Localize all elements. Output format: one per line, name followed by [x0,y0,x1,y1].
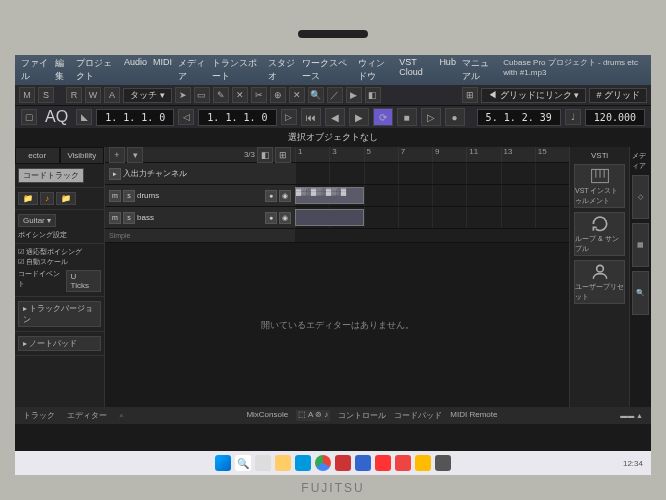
track-rec-button[interactable]: ● [265,212,277,224]
audio-clip[interactable]: ▓▒░▓▒░▓▒░▓ [295,187,364,204]
forward-button[interactable]: ▶ [349,108,369,126]
stop-button[interactable]: ■ [397,108,417,126]
start-button[interactable] [215,455,231,471]
tool-erase-icon[interactable]: ✕ [232,87,248,103]
config2-icon[interactable]: ⊞ [275,147,291,163]
track-name[interactable]: bass [137,213,154,222]
track-name[interactable]: drums [137,191,159,200]
track-version-section[interactable]: ▸ トラックバージョン [18,301,101,327]
record-button[interactable]: ● [445,108,465,126]
taskview-icon[interactable] [255,455,271,471]
menu-studio[interactable]: スタジオ [268,57,296,83]
track-config-icon[interactable]: ▾ [127,147,143,163]
vst-fx-button[interactable]: ◇ [632,175,649,219]
tool-range-icon[interactable]: ▭ [194,87,210,103]
vst-instruments-button[interactable]: VST インストゥルメント [574,164,625,208]
menu-midi[interactable]: MIDI [153,57,172,83]
tempo-display[interactable]: 120.000 [585,109,645,126]
media-tab[interactable]: メディア [632,151,649,171]
cycle-button[interactable]: ⟳ [373,108,393,126]
mute-button[interactable]: M [19,87,35,103]
tool-arrow-icon[interactable]: ➤ [175,87,191,103]
mixconsole-tab[interactable]: MixConsole [246,410,288,421]
tool-line-icon[interactable]: ／ [327,87,343,103]
menu-transport[interactable]: トランスポート [212,57,262,83]
marker-right-icon[interactable]: ▷ [281,109,297,125]
track-rec-button[interactable]: ● [265,190,277,202]
notepad-section[interactable]: ▸ ノートパッド [18,336,101,351]
track-lane[interactable] [295,229,569,242]
track-solo-button[interactable]: s [123,212,135,224]
midiremote-tab[interactable]: MIDI Remote [450,410,497,421]
track-lane[interactable] [295,163,569,184]
read-button[interactable]: R [66,87,82,103]
add-track-icon[interactable]: + [109,147,125,163]
menu-workspace[interactable]: ワークスペース [302,57,352,83]
explorer-icon[interactable] [275,455,291,471]
uticks-dropdown[interactable]: U Ticks [66,270,101,292]
write-button[interactable]: W [85,87,101,103]
constrain-icon[interactable]: ▢ [21,109,37,125]
track-lane[interactable]: ▓▒░▓▒░▓▒░▓ [295,185,569,206]
track-mute-button[interactable]: m [109,190,121,202]
snap-mode-dropdown[interactable]: ◀ グリッドにリンク ▾ [481,88,586,103]
tool-play-icon[interactable]: ▶ [346,87,362,103]
control-tab[interactable]: コントロール [338,410,386,421]
tool-color-icon[interactable]: ◧ [365,87,381,103]
tool-zoom-icon[interactable]: 🔍 [308,87,324,103]
track-row[interactable]: m s bass ● ◉ [105,207,295,228]
presets-button[interactable]: ▦ [632,223,649,267]
track-monitor-button[interactable]: ◉ [279,190,291,202]
menu-window[interactable]: ウィンドウ [358,57,393,83]
track-lane[interactable] [295,207,569,228]
zoom-indicator[interactable]: ▬▬ ▲ [620,412,643,419]
edge-icon[interactable] [295,455,311,471]
tertiary-time[interactable]: 5. 1. 2. 39 [477,109,561,126]
folder2-icon[interactable]: 📁 [56,192,76,205]
auto-scale-check[interactable]: ☑ 自動スケール [18,257,101,267]
io-channel-folder[interactable]: ▸ 入出力チャンネル [105,163,295,184]
chordpad-tab[interactable]: コードパッド [394,410,442,421]
menu-vstcloud[interactable]: VST Cloud [399,57,433,83]
menu-audio[interactable]: Audio [124,57,147,83]
menu-media[interactable]: メディア [178,57,206,83]
play-button[interactable]: ▷ [421,108,441,126]
filter-icon[interactable]: ◧ [257,147,273,163]
secondary-time[interactable]: 1. 1. 1. 0 [198,109,276,126]
tool-mute-icon[interactable]: ✕ [289,87,305,103]
track-mute-button[interactable]: m [109,212,121,224]
go-start-button[interactable]: ⏮ [301,108,321,126]
audio-clip[interactable] [295,209,364,226]
folder-toggle-icon[interactable]: ▸ [109,168,121,180]
visibility-tab[interactable]: Visibility [60,147,105,164]
track-row[interactable]: m s drums ● ◉ [105,185,295,206]
app3-icon[interactable] [375,455,391,471]
menu-edit[interactable]: 編集 [55,57,69,83]
tool-draw-icon[interactable]: ✎ [213,87,229,103]
track-tab-label[interactable]: トラック [23,410,55,421]
app2-icon[interactable] [355,455,371,471]
tool-split-icon[interactable]: ✂ [251,87,267,103]
menu-hub[interactable]: Hub [439,57,456,83]
grid-dropdown[interactable]: # グリッド [589,88,647,103]
folder-icon[interactable]: 📁 [18,192,38,205]
file-browser-button[interactable]: 🔍 [632,271,649,315]
solo-button[interactable]: S [38,87,54,103]
marker-left-icon[interactable]: ◁ [178,109,194,125]
menu-file[interactable]: ファイル [21,57,49,83]
app5-icon[interactable] [415,455,431,471]
app4-icon[interactable] [395,455,411,471]
note-icon[interactable]: ♪ [40,192,54,205]
clock[interactable]: 12:34 [623,459,643,468]
track-solo-button[interactable]: s [123,190,135,202]
rewind-button[interactable]: ◀ [325,108,345,126]
metronome-icon[interactable]: ♩ [565,109,581,125]
chord-track-label[interactable]: コードトラック [18,168,84,183]
user-presets-button[interactable]: ユーザープリセット [574,260,625,304]
tool-glue-icon[interactable]: ⊕ [270,87,286,103]
chrome-icon[interactable] [315,455,331,471]
track-monitor-button[interactable]: ◉ [279,212,291,224]
adaptive-voicing-check[interactable]: ☑ 適応型ボイシング [18,247,101,257]
primary-time[interactable]: 1. 1. 1. 0 [96,109,174,126]
menu-manual[interactable]: マニュアル [462,57,497,83]
